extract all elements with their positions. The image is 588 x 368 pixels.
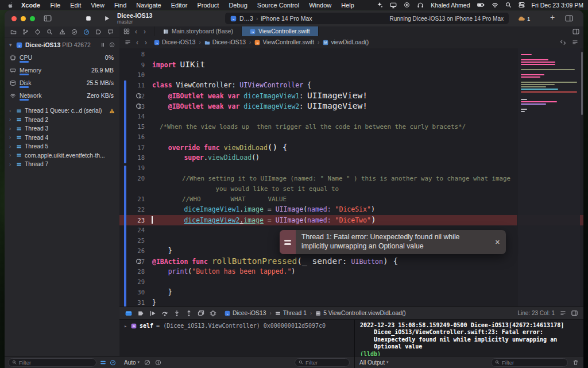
library-button[interactable]: + [550,13,555,22]
editor-scrollbar[interactable] [581,52,583,115]
line-menu-icon[interactable] [560,310,566,316]
popup-close-icon[interactable]: ✕ [489,239,506,246]
headphones-icon[interactable] [417,2,424,9]
minimize-button[interactable] [21,16,26,21]
debug-navigator-icon[interactable] [83,29,90,35]
gauge-network[interactable]: NetworkZero KB/s [5,89,119,102]
disclosure-icon[interactable]: › [9,126,13,132]
tab-overview-icon[interactable] [123,28,130,34]
gauge-disk[interactable]: Disk25.5 MB/s [5,76,119,89]
search-icon[interactable] [505,2,512,8]
menu-xcode[interactable]: Xcode [16,2,45,9]
hide-debug-area-icon[interactable] [125,310,132,317]
disclosure-icon[interactable]: › [9,144,13,150]
menu-window[interactable]: Window [304,2,336,9]
find-navigator-icon[interactable] [47,29,53,35]
change-bar[interactable] [124,80,126,163]
display-icon[interactable] [390,2,397,9]
run-button[interactable] [103,15,110,22]
view-hierarchy-debugger-icon[interactable] [198,310,204,317]
threads-filter-icon[interactable] [100,359,106,366]
ib-connection-well[interactable] [136,93,141,98]
console-filter[interactable] [491,358,568,367]
thread-row[interactable]: ›Thread 5 [5,142,119,151]
source-control-navigator-icon[interactable] [22,29,29,35]
breadcrumb-dicee-ios13[interactable]: Dicee-iOS13 [225,310,266,316]
thread-row[interactable]: ›Thread 4 [5,133,119,143]
clear-console-icon[interactable] [572,359,579,366]
control-center-icon[interactable] [519,2,525,8]
disclosure-icon[interactable]: › [9,108,13,114]
process-row[interactable]: ▾ Dicee-iOS13 PID 42672 [5,37,119,50]
thread-row[interactable]: ›Thread 7 [5,160,119,169]
navigator-filter-input[interactable] [19,359,92,366]
breadcrumb-5-viewcontroller-viewdidload[interactable]: 5 ViewController.viewDidLoad() [315,310,405,316]
step-out-icon[interactable] [185,310,192,317]
ib-connection-well[interactable] [136,103,141,109]
variables-filter[interactable] [295,358,350,367]
project-navigator-icon[interactable] [10,29,17,35]
gauges-filter-icon[interactable] [110,359,116,366]
stop-button[interactable] [85,15,92,22]
variable-row[interactable]: ▸ A self = (Dicee_iOS13.ViewController) … [119,320,354,332]
thread-row[interactable]: ›com.apple.uikit.eventfetch-th... [5,151,119,160]
pause-icon[interactable] [100,42,106,48]
thread-row[interactable]: ›Thread 1 Queue: c...d (serial) [5,106,119,116]
code-editor[interactable]: 89import UIKit1011class ViewController: … [119,48,583,306]
gauge-cpu[interactable]: CPU0% [5,51,119,64]
disclosure-icon[interactable]: › [9,135,13,140]
breadcrumb-dicee-ios13[interactable]: Dicee-iOS13 [154,39,195,45]
line-number[interactable]: 10 [119,70,149,80]
focus-editor-icon[interactable] [571,310,578,316]
apple-menu-icon[interactable] [5,2,16,9]
disclosure-icon[interactable]: ▸ [124,323,128,329]
project-status-item[interactable]: Dicee-iOS13 master [117,12,152,25]
back-icon[interactable]: ‹ [134,28,138,35]
disclosure-icon[interactable]: › [9,162,13,167]
line-number[interactable]: 9 [119,60,149,70]
run-destination[interactable]: iPhone 14 Pro Max [261,15,312,22]
symbol-navigator-icon[interactable] [34,29,41,35]
user-menu[interactable]: Khaled Ahmed [431,2,470,9]
tab-main-storyboard-base[interactable]: Main.storyboard (Base) [154,26,242,36]
jump-back-icon[interactable]: ‹ [135,39,140,46]
minimap[interactable] [517,48,580,306]
split-editor-icon[interactable] [572,28,579,35]
info-icon[interactable] [109,42,115,48]
ib-connection-well[interactable] [136,259,141,264]
cloud-status[interactable]: 1 [517,14,530,22]
battery-icon[interactable] [477,1,485,9]
variables-filter-input[interactable] [305,359,346,366]
breadcrumb-viewdidload[interactable]: MviewDidLoad() [323,39,369,45]
menu-source-control[interactable]: Source Control [252,2,304,9]
menu-debug[interactable]: Debug [224,2,252,9]
related-items-icon[interactable] [125,39,131,45]
menu-edit[interactable]: Edit [65,2,86,9]
menu-product[interactable]: Product [192,2,224,9]
console-scope-menu[interactable]: All Output ▾ [359,359,388,366]
disclosure-icon[interactable]: ▾ [9,42,13,48]
sidebar-toggle-icon[interactable] [44,14,52,22]
change-bar[interactable] [124,166,126,306]
wand-icon[interactable] [377,2,383,8]
editor-options-icon[interactable] [572,39,578,45]
menubar-clock[interactable]: Fri Dec 23 3:09 PM [532,2,583,9]
navigator-filter[interactable] [8,358,96,367]
breadcrumb-viewcontroller-swift[interactable]: ViewController.swift [254,39,314,45]
tab-viewcontroller-swift[interactable]: ViewController.swift [242,26,319,36]
wifi-icon[interactable] [492,2,498,9]
menu-file[interactable]: File [45,2,65,9]
disclosure-icon[interactable]: › [9,152,13,158]
jump-forward-icon[interactable]: › [144,39,148,46]
test-navigator-icon[interactable] [71,29,78,35]
menu-navigate[interactable]: Navigate [131,2,166,9]
gauge-memory[interactable]: Memory26.9 MB [5,64,119,76]
scheme-menu[interactable]: D…3 › iPhone 14 Pro Max [230,15,312,22]
menu-view[interactable]: View [86,2,110,9]
close-button[interactable] [11,16,17,21]
flat-view-icon[interactable] [144,359,150,366]
editor-layout-icon[interactable] [565,14,573,22]
variables-scope-menu[interactable]: Auto ▾ [124,359,140,366]
thread-row[interactable]: ›Thread 2 [5,116,119,125]
record-icon[interactable] [404,2,410,8]
